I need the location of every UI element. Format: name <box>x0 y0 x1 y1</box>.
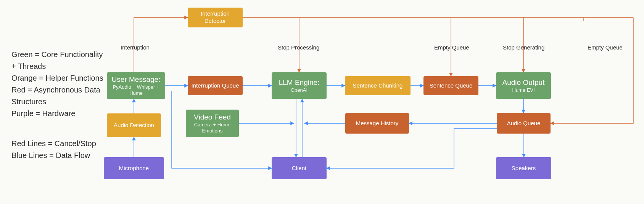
sub-video-feed: Camera + Hume Emotions <box>189 122 236 134</box>
legend-bluelines: Blue Lines = Data Flow <box>11 150 96 161</box>
text-audio-queue: Audio Queue <box>507 120 541 127</box>
title-user-message: User Message: <box>112 75 161 84</box>
text-sentence-chunking: Sentence Chunking <box>353 82 403 89</box>
box-client: Client <box>272 157 327 179</box>
label-stop-generating: Stop Generating <box>503 44 544 51</box>
sub-user-message: PyAudio + Whisper + Hume <box>110 84 162 97</box>
box-sentence-queue: Sentence Queue <box>423 76 478 95</box>
text-audio-detection: Audio Detection <box>114 122 154 129</box>
box-audio-queue: Audio Queue <box>497 113 551 134</box>
text-interruption-queue: Interruption Queue <box>191 82 239 89</box>
title-llm: LLM Engine: <box>279 78 320 87</box>
legend-orange: Orange = Helper Functions <box>11 72 107 84</box>
text-speakers: Speakers <box>512 165 536 172</box>
box-video-feed: Video Feed Camera + Hume Emotions <box>186 110 239 137</box>
text-microphone: Microphone <box>119 165 149 172</box>
legend-purple: Purple = Hardware <box>11 108 107 120</box>
box-message-history: Message History <box>345 113 409 134</box>
legend-red: Red = Asynchronous Data Structures <box>11 84 107 108</box>
text-message-history: Message History <box>356 120 399 127</box>
sub-audio-output: Hume EVI <box>512 87 535 93</box>
edge-audq-to-client <box>327 129 497 168</box>
text-interruption-detector: Interruption Detector <box>191 10 240 25</box>
legend-redlines: Red Lines = Cancel/Stop <box>11 138 96 150</box>
text-sentence-queue: Sentence Queue <box>430 82 473 89</box>
box-microphone: Microphone <box>104 157 164 179</box>
title-audio-output: Audio Output <box>502 78 545 87</box>
sub-llm: OpenAI <box>291 87 308 93</box>
text-client: Client <box>292 165 306 172</box>
legend-green: Green = Core Functionality + Threads <box>11 49 107 72</box>
title-video-feed: Video Feed <box>194 113 231 122</box>
legend-block-a: Green = Core Functionality + Threads Ora… <box>11 49 107 120</box>
label-interruption: Interruption <box>121 44 150 51</box>
label-stop-processing: Stop Processing <box>278 44 319 51</box>
box-llm-engine: LLM Engine: OpenAI <box>272 72 327 99</box>
edge-bus-to-audq <box>551 18 633 123</box>
box-audio-output: Audio Output Hume EVI <box>496 72 551 99</box>
box-audio-detection: Audio Detection <box>107 113 161 137</box>
box-sentence-chunking: Sentence Chunking <box>345 76 411 95</box>
box-interruption-queue: Interruption Queue <box>188 76 243 95</box>
label-empty-queue-2: Empty Queue <box>588 44 623 51</box>
legend-block-b: Red Lines = Cancel/Stop Blue Lines = Dat… <box>11 138 96 161</box>
diagram-canvas: Green = Core Functionality + Threads Ora… <box>0 0 644 204</box>
label-empty-queue-1: Empty Queue <box>434 44 469 51</box>
box-speakers: Speakers <box>496 157 551 179</box>
box-user-message: User Message: PyAudio + Whisper + Hume <box>107 72 165 99</box>
box-interruption-detector: Interruption Detector <box>188 8 243 27</box>
